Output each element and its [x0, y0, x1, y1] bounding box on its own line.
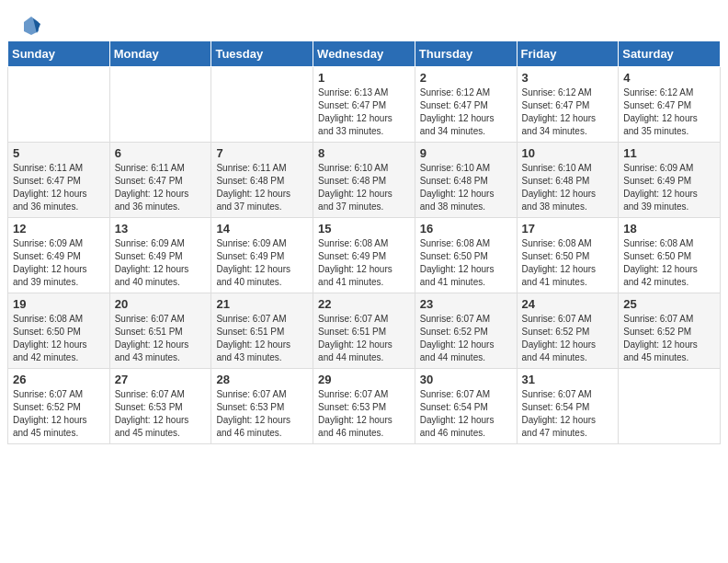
day-info: Sunrise: 6:12 AM Sunset: 6:47 PM Dayligh…	[522, 86, 614, 138]
day-info: Sunrise: 6:07 AM Sunset: 6:52 PM Dayligh…	[623, 313, 715, 364]
calendar-week-row: 12Sunrise: 6:09 AM Sunset: 6:49 PM Dayli…	[8, 218, 721, 293]
calendar-cell: 4Sunrise: 6:12 AM Sunset: 6:47 PM Daylig…	[619, 67, 721, 143]
calendar-cell: 23Sunrise: 6:07 AM Sunset: 6:52 PM Dayli…	[415, 293, 517, 369]
calendar-cell: 18Sunrise: 6:08 AM Sunset: 6:50 PM Dayli…	[619, 218, 721, 293]
calendar-cell: 2Sunrise: 6:12 AM Sunset: 6:47 PM Daylig…	[415, 67, 517, 143]
page-header	[0, 0, 728, 40]
day-number: 5	[13, 146, 105, 160]
calendar-cell: 20Sunrise: 6:07 AM Sunset: 6:51 PM Dayli…	[109, 293, 211, 369]
weekday-header-sunday: Sunday	[8, 41, 110, 67]
calendar-cell: 31Sunrise: 6:07 AM Sunset: 6:54 PM Dayli…	[517, 369, 619, 444]
weekday-header-thursday: Thursday	[415, 41, 517, 67]
calendar-header-row: SundayMondayTuesdayWednesdayThursdayFrid…	[8, 41, 721, 67]
calendar-cell: 10Sunrise: 6:10 AM Sunset: 6:48 PM Dayli…	[517, 143, 619, 218]
calendar-cell: 3Sunrise: 6:12 AM Sunset: 6:47 PM Daylig…	[517, 67, 619, 143]
day-number: 30	[420, 373, 512, 386]
calendar-cell	[619, 369, 721, 444]
day-info: Sunrise: 6:09 AM Sunset: 6:49 PM Dayligh…	[623, 162, 715, 213]
calendar-cell: 29Sunrise: 6:07 AM Sunset: 6:53 PM Dayli…	[313, 369, 415, 444]
calendar-cell: 16Sunrise: 6:08 AM Sunset: 6:50 PM Dayli…	[415, 218, 517, 293]
day-number: 6	[115, 146, 207, 160]
day-info: Sunrise: 6:08 AM Sunset: 6:50 PM Dayligh…	[420, 237, 512, 289]
calendar-cell: 27Sunrise: 6:07 AM Sunset: 6:53 PM Dayli…	[109, 369, 211, 444]
calendar-week-row: 5Sunrise: 6:11 AM Sunset: 6:47 PM Daylig…	[8, 143, 721, 218]
day-number: 20	[115, 297, 207, 311]
day-number: 31	[522, 373, 614, 386]
day-number: 26	[13, 373, 105, 386]
day-number: 11	[623, 146, 715, 160]
day-number: 17	[522, 222, 614, 236]
day-number: 25	[623, 297, 715, 311]
weekday-header-monday: Monday	[109, 41, 211, 67]
day-info: Sunrise: 6:12 AM Sunset: 6:47 PM Dayligh…	[623, 86, 715, 138]
calendar-cell: 19Sunrise: 6:08 AM Sunset: 6:50 PM Dayli…	[8, 293, 110, 369]
day-info: Sunrise: 6:07 AM Sunset: 6:53 PM Dayligh…	[318, 388, 410, 440]
calendar-cell: 5Sunrise: 6:11 AM Sunset: 6:47 PM Daylig…	[8, 143, 110, 218]
day-number: 13	[115, 222, 207, 236]
day-info: Sunrise: 6:10 AM Sunset: 6:48 PM Dayligh…	[522, 162, 614, 213]
calendar-cell: 21Sunrise: 6:07 AM Sunset: 6:51 PM Dayli…	[211, 293, 313, 369]
logo	[18, 15, 42, 37]
calendar-cell: 28Sunrise: 6:07 AM Sunset: 6:53 PM Dayli…	[211, 369, 313, 444]
day-number: 10	[522, 146, 614, 160]
day-number: 1	[318, 71, 410, 85]
day-info: Sunrise: 6:09 AM Sunset: 6:49 PM Dayligh…	[216, 237, 308, 289]
day-info: Sunrise: 6:11 AM Sunset: 6:47 PM Dayligh…	[13, 162, 105, 213]
day-info: Sunrise: 6:08 AM Sunset: 6:50 PM Dayligh…	[13, 313, 105, 364]
calendar-cell	[8, 67, 110, 143]
weekday-header-friday: Friday	[517, 41, 619, 67]
day-number: 23	[420, 297, 512, 311]
day-number: 2	[420, 71, 512, 85]
calendar-cell: 1Sunrise: 6:13 AM Sunset: 6:47 PM Daylig…	[313, 67, 415, 143]
calendar-week-row: 1Sunrise: 6:13 AM Sunset: 6:47 PM Daylig…	[8, 67, 721, 143]
calendar-table: SundayMondayTuesdayWednesdayThursdayFrid…	[7, 40, 721, 444]
day-info: Sunrise: 6:09 AM Sunset: 6:49 PM Dayligh…	[13, 237, 105, 289]
calendar-cell	[109, 67, 211, 143]
day-info: Sunrise: 6:07 AM Sunset: 6:52 PM Dayligh…	[522, 313, 614, 364]
day-number: 8	[318, 146, 410, 160]
weekday-header-tuesday: Tuesday	[211, 41, 313, 67]
calendar-cell: 17Sunrise: 6:08 AM Sunset: 6:50 PM Dayli…	[517, 218, 619, 293]
calendar-cell	[211, 67, 313, 143]
day-info: Sunrise: 6:10 AM Sunset: 6:48 PM Dayligh…	[318, 162, 410, 213]
calendar-cell: 25Sunrise: 6:07 AM Sunset: 6:52 PM Dayli…	[619, 293, 721, 369]
day-info: Sunrise: 6:07 AM Sunset: 6:52 PM Dayligh…	[13, 388, 105, 440]
day-number: 14	[216, 222, 308, 236]
calendar-cell: 14Sunrise: 6:09 AM Sunset: 6:49 PM Dayli…	[211, 218, 313, 293]
day-number: 27	[115, 373, 207, 386]
calendar-cell: 11Sunrise: 6:09 AM Sunset: 6:49 PM Dayli…	[619, 143, 721, 218]
calendar-cell: 22Sunrise: 6:07 AM Sunset: 6:51 PM Dayli…	[313, 293, 415, 369]
calendar-wrapper: SundayMondayTuesdayWednesdayThursdayFrid…	[0, 40, 728, 452]
day-number: 22	[318, 297, 410, 311]
day-info: Sunrise: 6:08 AM Sunset: 6:50 PM Dayligh…	[623, 237, 715, 289]
day-info: Sunrise: 6:09 AM Sunset: 6:49 PM Dayligh…	[115, 237, 207, 289]
day-info: Sunrise: 6:07 AM Sunset: 6:53 PM Dayligh…	[115, 388, 207, 440]
day-number: 18	[623, 222, 715, 236]
day-info: Sunrise: 6:11 AM Sunset: 6:48 PM Dayligh…	[216, 162, 308, 213]
calendar-cell: 9Sunrise: 6:10 AM Sunset: 6:48 PM Daylig…	[415, 143, 517, 218]
calendar-cell: 12Sunrise: 6:09 AM Sunset: 6:49 PM Dayli…	[8, 218, 110, 293]
day-info: Sunrise: 6:10 AM Sunset: 6:48 PM Dayligh…	[420, 162, 512, 213]
day-info: Sunrise: 6:07 AM Sunset: 6:51 PM Dayligh…	[318, 313, 410, 364]
day-info: Sunrise: 6:13 AM Sunset: 6:47 PM Dayligh…	[318, 86, 410, 138]
calendar-cell: 15Sunrise: 6:08 AM Sunset: 6:49 PM Dayli…	[313, 218, 415, 293]
day-number: 15	[318, 222, 410, 236]
calendar-cell: 7Sunrise: 6:11 AM Sunset: 6:48 PM Daylig…	[211, 143, 313, 218]
calendar-cell: 6Sunrise: 6:11 AM Sunset: 6:47 PM Daylig…	[109, 143, 211, 218]
day-info: Sunrise: 6:07 AM Sunset: 6:52 PM Dayligh…	[420, 313, 512, 364]
weekday-header-saturday: Saturday	[619, 41, 721, 67]
calendar-week-row: 19Sunrise: 6:08 AM Sunset: 6:50 PM Dayli…	[8, 293, 721, 369]
day-info: Sunrise: 6:11 AM Sunset: 6:47 PM Dayligh…	[115, 162, 207, 213]
calendar-cell: 13Sunrise: 6:09 AM Sunset: 6:49 PM Dayli…	[109, 218, 211, 293]
day-number: 19	[13, 297, 105, 311]
day-number: 24	[522, 297, 614, 311]
logo-icon	[20, 15, 42, 37]
day-info: Sunrise: 6:07 AM Sunset: 6:54 PM Dayligh…	[522, 388, 614, 440]
day-number: 7	[216, 146, 308, 160]
weekday-header-wednesday: Wednesday	[313, 41, 415, 67]
calendar-cell: 30Sunrise: 6:07 AM Sunset: 6:54 PM Dayli…	[415, 369, 517, 444]
day-number: 16	[420, 222, 512, 236]
day-number: 3	[522, 71, 614, 85]
day-number: 28	[216, 373, 308, 386]
day-number: 29	[318, 373, 410, 386]
